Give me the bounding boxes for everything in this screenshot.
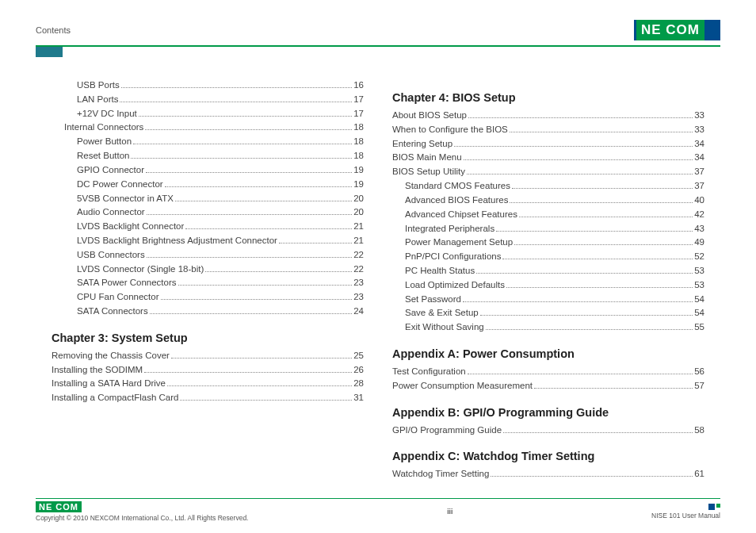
toc-entry[interactable]: PnP/PCI Configurations52 — [392, 250, 704, 264]
toc-entry[interactable]: USB Connectors22 — [52, 248, 364, 263]
chapter4-title: Chapter 4: BIOS Setup — [392, 91, 704, 104]
toc-entry[interactable]: 5VSB Connector in ATX20 — [52, 192, 364, 206]
toc-entry-page: 20 — [353, 192, 364, 206]
toc-leaders — [468, 374, 693, 374]
toc-entry[interactable]: LVDS Backlight Connector21 — [52, 220, 364, 234]
toc-entry[interactable]: LVDS Backlight Brightness Adjustment Con… — [52, 234, 364, 248]
toc-leaders — [120, 102, 352, 102]
toc-entry[interactable]: Entering Setup34 — [392, 137, 704, 151]
toc-leaders — [510, 202, 693, 203]
toc-leaders — [502, 259, 693, 259]
toc-entry[interactable]: Installing a CompactFlash Card31 — [52, 391, 364, 405]
toc-entry-page: 22 — [353, 263, 364, 277]
toc-entry[interactable]: Load Optimized Defaults53 — [392, 278, 704, 293]
toc-entry[interactable]: Watchdog Timer Setting61 — [392, 467, 704, 481]
toc-entry-label: Internal Connectors — [64, 121, 143, 135]
toc-entry-page: 28 — [353, 377, 364, 391]
toc-entry[interactable]: Advanced BIOS Features40 — [392, 194, 704, 208]
toc-entry[interactable]: When to Configure the BIOS33 — [392, 123, 704, 137]
toc-leaders — [171, 358, 352, 359]
toc-entry-page: 18 — [353, 149, 364, 163]
toc-entry-page: 26 — [353, 363, 364, 378]
toc-columns: USB Ports16LAN Ports17+12V DC Input17Int… — [36, 79, 720, 481]
toc-entry[interactable]: Internal Connectors18 — [52, 121, 364, 135]
toc-entry-label: GPI/O Programming Guide — [392, 424, 502, 438]
toc-entry[interactable]: Installing the SODIMM26 — [52, 363, 364, 378]
toc-leaders — [121, 87, 353, 88]
toc-entry-label: DC Power Connector — [77, 178, 163, 192]
toc-entry[interactable]: SATA Connectors24 — [52, 305, 364, 319]
toc-entry-label: SATA Power Connectors — [77, 276, 177, 290]
toc-entry-label: Installing a CompactFlash Card — [52, 391, 178, 405]
toc-entry[interactable]: Reset Button18 — [52, 149, 364, 163]
toc-entry[interactable]: Exit Without Saving55 — [392, 320, 704, 335]
toc-entry-label: Exit Without Saving — [405, 320, 484, 335]
toc-leaders — [205, 271, 352, 272]
toc-entry-label: Installing the SODIMM — [52, 363, 143, 378]
toc-entry-label: LVDS Backlight Brightness Adjustment Con… — [77, 234, 277, 248]
toc-entry[interactable]: +12V DC Input17 — [52, 107, 364, 121]
toc-entry-label: SATA Connectors — [77, 305, 148, 319]
toc-entry[interactable]: Power Button18 — [52, 135, 364, 149]
toc-entry[interactable]: Power Consumption Measurement57 — [392, 379, 704, 393]
toc-leaders — [503, 432, 693, 433]
toc-entry-page: 25 — [353, 349, 364, 363]
toc-entry-label: Entering Setup — [392, 137, 452, 151]
toc-entry[interactable]: Installing a SATA Hard Drive28 — [52, 377, 364, 391]
toc-entry[interactable]: Standard CMOS Features37 — [392, 179, 704, 194]
footer-rule — [36, 498, 720, 500]
toc-entry[interactable]: Test Configuration56 — [392, 365, 704, 379]
toc-entry-page: 17 — [353, 107, 364, 121]
toc-entry-label: Save & Exit Setup — [405, 306, 479, 320]
appendix-b-title: Appendix B: GPI/O Programming Guide — [392, 406, 704, 419]
toc-entry-page: 52 — [694, 250, 704, 264]
toc-entry[interactable]: BIOS Main Menu34 — [392, 151, 704, 165]
toc-entry-page: 53 — [694, 264, 704, 278]
toc-entry[interactable]: Integrated Peripherals43 — [392, 222, 704, 236]
toc-entry[interactable]: Save & Exit Setup54 — [392, 306, 704, 320]
toc-entry[interactable]: Set Password54 — [392, 293, 704, 307]
toc-entry-page: 20 — [353, 205, 364, 220]
toc-entry[interactable]: CPU Fan Connector23 — [52, 290, 364, 305]
toc-leaders — [510, 132, 693, 132]
toc-entry-label: Set Password — [405, 293, 461, 307]
toc-entry[interactable]: SATA Power Connectors23 — [52, 276, 364, 290]
toc-leaders — [147, 214, 353, 215]
toc-entry[interactable]: PC Health Status53 — [392, 264, 704, 278]
appendix-a-title: Appendix A: Power Consumption — [392, 347, 704, 360]
toc-entry[interactable]: GPI/O Programming Guide58 — [392, 424, 704, 438]
toc-entry[interactable]: Audio Connector20 — [52, 205, 364, 220]
toc-entry[interactable]: Removing the Chassis Cover25 — [52, 349, 364, 363]
toc-leaders — [491, 476, 693, 477]
toc-entry-label: USB Ports — [77, 79, 120, 93]
toc-entry[interactable]: About BIOS Setup33 — [392, 109, 704, 123]
toc-entry-label: Standard CMOS Features — [405, 179, 510, 194]
toc-entry-label: Advanced Chipset Features — [405, 208, 517, 222]
toc-entry[interactable]: Power Management Setup49 — [392, 236, 704, 250]
toc-entry-page: 16 — [353, 79, 364, 93]
toc-entry-label: PnP/PCI Configurations — [405, 250, 501, 264]
toc-leaders — [133, 144, 352, 144]
toc-entry-page: 37 — [694, 165, 704, 179]
toc-entry-label: LAN Ports — [77, 93, 118, 107]
toc-leaders — [144, 372, 352, 373]
nexcom-logo: NE COM — [634, 20, 720, 40]
toc-entry-label: Test Configuration — [392, 365, 466, 379]
toc-entry[interactable]: BIOS Setup Utility37 — [392, 165, 704, 179]
toc-entry-label: Power Consumption Measurement — [392, 379, 533, 393]
toc-entry[interactable]: DC Power Connector19 — [52, 178, 364, 192]
chapter3-title: Chapter 3: System Setup — [52, 332, 364, 344]
toc-entry-label: Advanced BIOS Features — [405, 194, 508, 208]
toc-entry-page: 58 — [694, 424, 704, 438]
toc-entry[interactable]: USB Ports16 — [52, 79, 364, 93]
toc-entry[interactable]: Advanced Chipset Features42 — [392, 208, 704, 222]
toc-leaders — [486, 329, 693, 330]
toc-entry-page: 42 — [694, 208, 704, 222]
toc-entry[interactable]: LVDS Connector (Single 18-bit)22 — [52, 263, 364, 277]
toc-leaders — [185, 228, 352, 229]
toc-entry[interactable]: LAN Ports17 — [52, 93, 364, 107]
toc-entry-label: Load Optimized Defaults — [405, 278, 505, 293]
toc-entry[interactable]: GPIO Connector19 — [52, 163, 364, 178]
toc-entry-page: 31 — [353, 391, 364, 405]
toc-leaders — [468, 117, 693, 118]
